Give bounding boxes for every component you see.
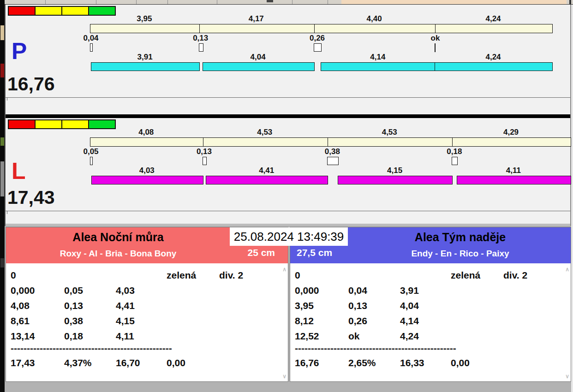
chrome-tick [217,0,217,4]
changeover-loss-box [90,157,93,165]
split-cell: 4,03 [116,285,135,296]
scoreboard: Alea Noční můra Roxy - Al - Bria - Bona … [5,226,571,392]
changeover-loss-box [327,157,339,165]
changeover-loss-label: 0,13 [183,147,225,156]
lane-p-section: P 16,76 3,950,043,914,170,134,044,400,26… [6,5,570,114]
divider-line [6,97,570,98]
split-divider [203,138,203,146]
team-results-text-left[interactable]: ∧ ∨ 0zelenádiv. 20,0000,054,034,080,134,… [6,263,288,381]
split-time-bar [90,137,571,147]
split-time-label: 3,95 [124,14,165,24]
divider-line [6,211,570,211]
split-cell: 12,52 [295,331,319,341]
total-cell: 16,76 [295,357,319,368]
split-cell: 4,08 [11,300,30,311]
timing-display-window: P 16,76 3,950,043,914,170,134,044,400,26… [0,0,573,392]
window-fragment [0,137,4,146]
split-cell: 0,26 [348,315,367,326]
card-status: zelená [167,270,196,280]
chrome-notch [569,0,571,5]
card-status: zelená [451,270,480,280]
split-time-label: 4,53 [244,128,286,137]
split-time-label: 4,53 [369,128,410,137]
window-fragment [0,258,4,267]
dog-run-bar [435,62,552,71]
split-cell: 4,14 [400,315,419,326]
dog-run-label: 4,04 [237,53,279,62]
split-cell: 0,04 [348,285,367,296]
scroll-up-icon[interactable]: ∧ [282,267,286,272]
split-cell: 0,38 [64,315,83,326]
chrome-notch [267,0,273,2]
dog-run-label: 4,11 [493,166,534,175]
dog-run-bar [203,62,315,71]
changeover-loss-box [199,43,203,52]
status-light [88,119,116,129]
status-lights [8,6,116,16]
ok-marker [435,43,436,52]
lane-total-time: 17,43 [7,188,55,207]
split-cell: 8,12 [295,315,314,326]
dog-run-bar [338,176,453,184]
jump-height: 25 cm [247,247,275,258]
changeover-loss-box [452,157,458,165]
scroll-down-icon[interactable]: ∨ [282,374,286,379]
total-cell: 0,00 [167,357,185,368]
split-cell: 0,000 [11,285,35,296]
split-cell: ok [348,331,360,341]
dog-run-bar [321,62,436,71]
scroll-down-icon[interactable]: ∨ [565,374,569,379]
divider-tick [7,98,7,101]
window-chrome-fragment [341,0,567,4]
total-cell: 2,65% [348,357,376,368]
split-time-label: 4,24 [472,14,514,24]
status-lights [8,119,116,129]
split-time-bar [90,24,553,33]
split-cell: 0,18 [64,331,83,341]
lane-l-section: L 17,43 4,080,054,034,530,134,414,530,38… [6,118,570,224]
changeover-loss-label: 0,38 [311,147,353,156]
total-cell: 16,70 [116,357,140,368]
changeover-loss-label: 0,13 [180,34,221,43]
scroll-up-icon[interactable]: ∧ [565,267,569,272]
lane-total-time: 16,76 [7,75,55,94]
team-dogs: Endy - En - Rico - Paixy [349,249,572,259]
split-cell: 4,04 [400,300,419,311]
team-panel-left: Alea Noční můra Roxy - Al - Bria - Bona … [6,227,288,382]
team-results-text-right[interactable]: ∧ ∨ 0zelenádiv. 20,0000,043,913,950,134,… [290,263,571,381]
division-label: div. 2 [219,270,243,280]
status-light [35,119,62,129]
split-cell: 8,61 [11,315,30,326]
split-divider [199,24,200,33]
split-divider [328,138,328,146]
status-light [8,6,36,16]
chrome-tick [328,0,328,4]
total-cell: 16,33 [400,357,424,368]
changeover-loss-label: 0,05 [70,147,112,156]
chrome-tick [167,0,168,4]
split-cell: 0,05 [64,285,83,296]
dog-run-bar [91,62,199,71]
chrome-tick [136,0,137,4]
dog-run-label: 4,24 [472,53,514,62]
dog-run-bar [206,176,328,184]
total-cell: 4,37% [64,357,92,368]
lane-separator-bar [6,114,570,118]
status-light [61,6,89,16]
status-light [8,119,36,129]
status-light [35,6,62,16]
background-window-sliver [0,0,5,392]
datetime-display: 25.08.2024 13:49:39 [230,227,348,246]
changeover-loss-label: 0,04 [70,34,112,43]
dog-run-label: 4,14 [357,53,399,62]
frame-border [570,5,571,227]
split-cell: 3,91 [400,285,419,296]
chrome-tick [45,0,46,4]
team-dogs: Roxy - Al - Bria - Bona Bony [6,249,230,259]
split-divider [452,138,453,146]
dog-run-label: 4,41 [246,166,287,175]
team-panel-right: Alea Tým naděje Endy - En - Rico - Paixy… [290,227,571,382]
window-fragment [0,25,4,40]
divider-tick [7,211,7,214]
changeover-loss-label: 0,18 [434,147,475,156]
